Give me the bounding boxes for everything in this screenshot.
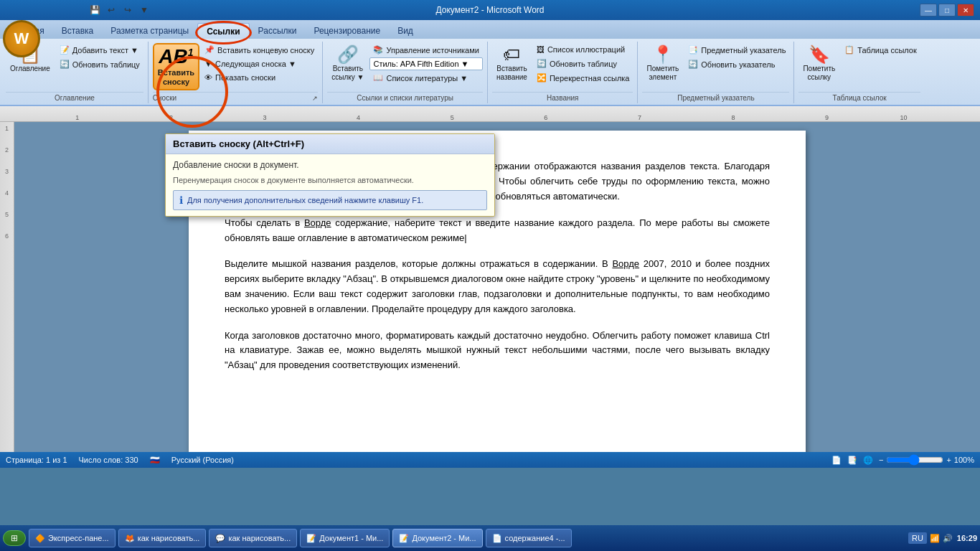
update-cap-label: Обновить таблицу <box>550 60 617 68</box>
tab-mailings[interactable]: Рассылки <box>250 23 306 39</box>
btn-insert-footnote-label: Вставитьсноску <box>158 68 194 87</box>
tb-doc2-label: Документ2 - Ми... <box>412 534 476 542</box>
btn-update-toc[interactable]: 🔄 Обновить таблицу <box>56 57 143 71</box>
bib-label: Список литературы ▼ <box>386 74 468 83</box>
tooltip-help-text: Для получения дополнительных сведений на… <box>187 196 423 204</box>
toc-col: 📝 Добавить текст ▼ 🔄 Обновить таблицу <box>56 43 143 71</box>
taskbar-item-contents[interactable]: 📄 содержание4 -... <box>486 529 572 547</box>
titlebar-left: 💾 ↩ ↪ ▼ <box>6 3 151 17</box>
tab-review[interactable]: Рецензирование <box>305 23 389 39</box>
doc-paragraph-4: Когда заголовков достаточно много, форма… <box>225 329 770 373</box>
btn-manage-sources[interactable]: 📚 Управление источниками <box>369 43 482 57</box>
qa-more[interactable]: ▼ <box>137 3 151 17</box>
btn-caption-label: Вставитьназвание <box>496 65 527 82</box>
group-citations-content: 🔗 Вставитьссылку ▼ 📚 Управление источник… <box>327 42 483 92</box>
close-button[interactable]: ✕ <box>957 4 974 17</box>
tb-wa-icon: 💬 <box>215 534 225 543</box>
citation-style-dropdown[interactable]: Стиль: APA Fifth Edition ▼ <box>369 57 482 70</box>
captions-col: 🖼 Список иллюстраций 🔄 Обновить таблицу … <box>533 43 633 85</box>
group-authorities: 🔖 Пометитьссылку 📋 Таблица ссылок Таблиц… <box>796 42 924 103</box>
upd-index-label: Обновить указатель <box>701 60 775 69</box>
qa-save[interactable]: 💾 <box>88 3 102 17</box>
tab-pagelayout[interactable]: Разметка страницы <box>102 23 197 39</box>
zoom-in-icon[interactable]: + <box>946 456 951 464</box>
window-controls: — □ ✕ <box>920 4 974 17</box>
add-text-icon: 📝 <box>60 45 70 55</box>
tab-insert[interactable]: Вставка <box>53 23 103 39</box>
ribbon-content: 📋 Оглавление 📝 Добавить текст ▼ 🔄 Обнови… <box>0 39 980 105</box>
update-toc-label: Обновить таблицу <box>72 60 140 69</box>
doc-paragraph-3: Выделите мышкой названия разделов, котор… <box>225 257 770 316</box>
figs-icon: 🖼 <box>537 45 545 54</box>
index-label: Предметный указатель <box>701 46 786 55</box>
auth-col: 📋 Таблица ссылок <box>841 43 920 57</box>
doc-paragraph-2: Чтобы сделать в Ворде содержание, набери… <box>225 216 770 246</box>
group-captions-content: 🏷 Вставитьназвание 🖼 Список иллюстраций … <box>492 42 633 92</box>
group-captions: 🏷 Вставитьназвание 🖼 Список иллюстраций … <box>489 42 639 103</box>
citation-icon: 🔗 <box>337 46 359 63</box>
footnotes-dialog-launcher[interactable]: ↗ <box>312 95 318 102</box>
network-icon: 📶 <box>930 534 940 543</box>
taskbar-item-doc1[interactable]: 📝 Документ1 - Ми... <box>300 529 390 547</box>
btn-insert-endnote[interactable]: 📌 Вставить концевую сноску <box>201 43 318 57</box>
minimize-button[interactable]: — <box>920 4 937 17</box>
btn-next-footnote[interactable]: ▼ Следующая сноска ▼ <box>201 57 318 70</box>
btn-add-text[interactable]: 📝 Добавить текст ▼ <box>56 43 143 57</box>
btn-bibliography[interactable]: 📖 Список литературы ▼ <box>369 71 482 85</box>
style-chevron-icon: ▼ <box>461 60 469 68</box>
taskbar-item-whatsapp[interactable]: 💬 как нарисовать... <box>209 529 297 547</box>
view-mode-full[interactable]: 📑 <box>847 456 857 465</box>
taskbar-item-express[interactable]: 🔶 Экспресс-пане... <box>29 529 116 547</box>
help-icon: ℹ <box>179 194 183 206</box>
view-mode-print[interactable]: 📄 <box>831 456 842 465</box>
zoom-out-icon[interactable]: − <box>879 456 883 464</box>
style-value: APA Fifth Edition <box>400 60 459 68</box>
btn-update-index[interactable]: 🔄 Обновить указатель <box>684 57 789 71</box>
btn-insert-citation[interactable]: 🔗 Вставитьссылку ▼ <box>327 43 368 85</box>
underline-word-3: Ворде <box>304 217 331 228</box>
tooltip-body: Добавление сноски в документ. Перенумера… <box>166 154 494 216</box>
qa-undo[interactable]: ↩ <box>104 3 118 17</box>
taskbar-item-doc2[interactable]: 📝 Документ2 - Ми... <box>392 529 482 547</box>
btn-citation-label: Вставитьссылку ▼ <box>331 65 364 82</box>
taskbar-item-firefox[interactable]: 🦊 как нарисовать... <box>118 529 207 547</box>
maximize-button[interactable]: □ <box>938 4 956 17</box>
lang-indicator[interactable]: RU <box>908 532 927 544</box>
btn-cross-ref[interactable]: 🔀 Перекрестная ссылка <box>533 71 633 85</box>
tb-express-label: Экспресс-пане... <box>48 534 109 542</box>
show-notes-icon: 👁 <box>204 73 212 82</box>
system-clock: 16:29 <box>957 534 977 542</box>
tab-view[interactable]: Вид <box>389 23 422 39</box>
zoom-level: 100% <box>954 456 974 464</box>
btn-mark-entry-label: Пометитьэлемент <box>646 65 679 82</box>
qa-redo[interactable]: ↪ <box>121 3 135 17</box>
view-mode-web[interactable]: 🌐 <box>863 456 873 465</box>
btn-mark-citation[interactable]: 🔖 Пометитьссылку <box>798 43 839 85</box>
btn-toa[interactable]: 📋 Таблица ссылок <box>841 43 920 57</box>
tooltip-desc: Добавление сноски в документ. <box>173 160 487 170</box>
language-info: Русский (Россия) <box>171 456 234 464</box>
tab-references[interactable]: Ссылки <box>197 23 249 39</box>
btn-insert-caption[interactable]: 🏷 Вставитьназвание <box>492 43 532 85</box>
statusbar-right: 📄 📑 🌐 − + 100% <box>831 454 974 466</box>
tb-doc2-icon: 📝 <box>399 534 409 543</box>
group-citations: 🔗 Вставитьссылку ▼ 📚 Управление источник… <box>324 42 488 103</box>
group-index-content: 📍 Пометитьэлемент 📑 Предметный указатель… <box>642 42 789 92</box>
xref-icon: 🔀 <box>537 73 547 83</box>
zoom-control[interactable]: − + 100% <box>879 454 974 466</box>
btn-show-notes[interactable]: 👁 Показать сноски <box>201 71 318 84</box>
btn-insert-index[interactable]: 📑 Предметный указатель <box>684 43 789 57</box>
system-tray: RU 📶 🔊 <box>908 532 953 544</box>
taskbar: ⊞ 🔶 Экспресс-пане... 🦊 как нарисовать...… <box>0 525 980 551</box>
office-button[interactable]: W <box>3 20 40 57</box>
btn-mark-cit-label: Пометитьссылку <box>803 65 835 82</box>
start-button[interactable]: ⊞ <box>3 530 26 546</box>
btn-update-captions[interactable]: 🔄 Обновить таблицу <box>533 57 633 70</box>
btn-update-figs[interactable]: 🖼 Список иллюстраций <box>533 43 633 56</box>
group-footnotes-label: Сноски ↗ <box>153 92 318 103</box>
zoom-slider-input[interactable] <box>886 454 943 466</box>
upd-index-icon: 🔄 <box>688 60 698 69</box>
btn-insert-footnote[interactable]: AB1 Вставитьсноску <box>153 43 199 90</box>
btn-mark-entry[interactable]: 📍 Пометитьэлемент <box>642 43 683 85</box>
tb-wa-label: как нарисовать... <box>228 534 291 542</box>
